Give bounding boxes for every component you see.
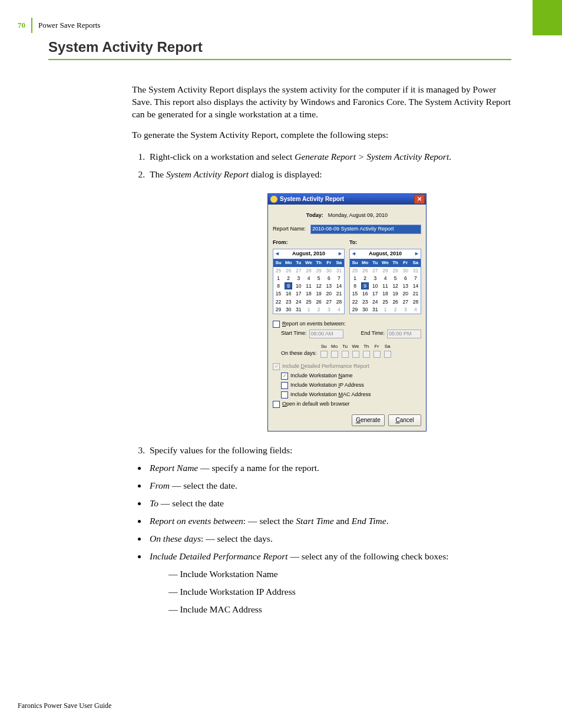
calendar-day[interactable]: 28 (380, 267, 390, 275)
calendar-day[interactable]: 19 (391, 290, 401, 298)
calendar-day[interactable]: 31 (334, 267, 344, 275)
calendar-day[interactable]: 31 (370, 306, 380, 314)
calendar-day[interactable]: 18 (303, 290, 313, 298)
calendar-day[interactable]: 26 (360, 267, 370, 275)
calendar-day[interactable]: 28 (334, 298, 344, 306)
calendar-day[interactable]: 30 (360, 306, 370, 314)
close-icon[interactable]: ✕ (414, 195, 425, 204)
calendar-day[interactable]: 14 (334, 282, 344, 290)
calendar-day[interactable]: 7 (334, 275, 344, 282)
calendar-day[interactable]: 3 (324, 306, 334, 314)
calendar-day[interactable]: 17 (293, 290, 303, 298)
calendar-day[interactable]: 20 (401, 290, 411, 298)
calendar-day[interactable]: 25 (273, 267, 283, 275)
inc-ws-mac-checkbox[interactable] (281, 391, 288, 398)
calendar-day[interactable]: 26 (283, 267, 293, 275)
calendar-day[interactable]: 26 (314, 298, 324, 306)
report-name-input[interactable]: 2010-08-09 System Activity Report (310, 225, 421, 234)
calendar-day[interactable]: 21 (411, 290, 421, 298)
calendar-day[interactable]: 1 (380, 306, 390, 314)
next-month-icon[interactable]: ► (414, 250, 419, 258)
prev-month-icon[interactable]: ◄ (351, 250, 356, 258)
calendar-day[interactable]: 15 (350, 290, 360, 298)
calendar-day[interactable]: 9 (360, 282, 370, 290)
day-checkbox[interactable] (320, 351, 328, 358)
calendar-day[interactable]: 25 (380, 298, 390, 306)
calendar-day[interactable]: 28 (303, 267, 313, 275)
calendar-day[interactable]: 2 (283, 275, 293, 282)
start-time-field[interactable]: 08:00 AM (309, 330, 343, 338)
calendar-from[interactable]: ◄ August, 2010 ► SuMoTuWeThFrSa252627282… (273, 249, 345, 314)
calendar-day[interactable]: 2 (391, 306, 401, 314)
calendar-day[interactable]: 1 (303, 306, 313, 314)
calendar-day[interactable]: 27 (293, 267, 303, 275)
calendar-day[interactable]: 1 (273, 275, 283, 282)
calendar-day[interactable]: 7 (411, 275, 421, 282)
calendar-day[interactable]: 15 (273, 290, 283, 298)
calendar-day[interactable]: 17 (370, 290, 380, 298)
calendar-day[interactable]: 13 (324, 282, 334, 290)
calendar-day[interactable]: 26 (391, 298, 401, 306)
end-time-field[interactable]: 05:00 PM (387, 330, 421, 338)
calendar-day[interactable]: 5 (391, 275, 401, 282)
generate-button[interactable]: Generate (352, 414, 385, 426)
calendar-day[interactable]: 12 (314, 282, 324, 290)
calendar-day[interactable]: 18 (380, 290, 390, 298)
calendar-day[interactable]: 4 (380, 275, 390, 282)
calendar-day[interactable]: 24 (293, 298, 303, 306)
calendar-day[interactable]: 28 (411, 298, 421, 306)
next-month-icon[interactable]: ► (338, 250, 343, 258)
calendar-day[interactable]: 4 (334, 306, 344, 314)
calendar-day[interactable]: 6 (401, 275, 411, 282)
calendar-day[interactable]: 8 (273, 282, 283, 290)
cancel-button[interactable]: Cancel (388, 414, 421, 426)
day-checkbox[interactable] (363, 351, 370, 358)
calendar-day[interactable]: 30 (324, 267, 334, 275)
calendar-day[interactable]: 24 (370, 298, 380, 306)
calendar-day[interactable]: 10 (370, 282, 380, 290)
inc-ws-name-checkbox[interactable]: ✓ (281, 373, 288, 380)
calendar-day[interactable]: 31 (293, 306, 303, 314)
day-checkbox[interactable] (384, 351, 391, 358)
calendar-day[interactable]: 30 (401, 267, 411, 275)
calendar-day[interactable]: 23 (360, 298, 370, 306)
calendar-day[interactable]: 8 (350, 282, 360, 290)
inc-ws-ip-checkbox[interactable] (281, 382, 288, 389)
calendar-day[interactable]: 20 (324, 290, 334, 298)
calendar-day[interactable]: 5 (314, 275, 324, 282)
calendar-day[interactable]: 10 (293, 282, 303, 290)
calendar-day[interactable]: 16 (283, 290, 293, 298)
open-browser-checkbox[interactable] (273, 401, 280, 408)
calendar-day[interactable]: 3 (401, 306, 411, 314)
day-checkbox[interactable] (331, 351, 338, 358)
day-checkbox[interactable] (352, 351, 359, 358)
calendar-day[interactable]: 21 (334, 290, 344, 298)
calendar-day[interactable]: 11 (380, 282, 390, 290)
calendar-day[interactable]: 9 (283, 282, 293, 290)
calendar-day[interactable]: 4 (303, 275, 313, 282)
calendar-day[interactable]: 22 (273, 298, 283, 306)
calendar-day[interactable]: 25 (303, 298, 313, 306)
calendar-day[interactable]: 3 (370, 275, 380, 282)
calendar-day[interactable]: 4 (411, 306, 421, 314)
calendar-day[interactable]: 6 (324, 275, 334, 282)
calendar-day[interactable]: 25 (350, 267, 360, 275)
calendar-day[interactable]: 27 (401, 298, 411, 306)
calendar-day[interactable]: 2 (314, 306, 324, 314)
calendar-day[interactable]: 23 (283, 298, 293, 306)
calendar-to[interactable]: ◄ August, 2010 ► SuMoTuWeThFrSa252627282… (349, 249, 421, 314)
calendar-day[interactable]: 29 (273, 306, 283, 314)
calendar-day[interactable]: 30 (283, 306, 293, 314)
calendar-day[interactable]: 13 (401, 282, 411, 290)
calendar-day[interactable]: 29 (350, 306, 360, 314)
titlebar[interactable]: System Activity Report ✕ (268, 194, 426, 205)
report-between-checkbox[interactable] (273, 321, 280, 328)
calendar-day[interactable]: 27 (370, 267, 380, 275)
calendar-day[interactable]: 1 (350, 275, 360, 282)
calendar-day[interactable]: 19 (314, 290, 324, 298)
prev-month-icon[interactable]: ◄ (275, 250, 280, 258)
calendar-day[interactable]: 3 (293, 275, 303, 282)
calendar-day[interactable]: 31 (411, 267, 421, 275)
calendar-day[interactable]: 16 (360, 290, 370, 298)
calendar-day[interactable]: 27 (324, 298, 334, 306)
